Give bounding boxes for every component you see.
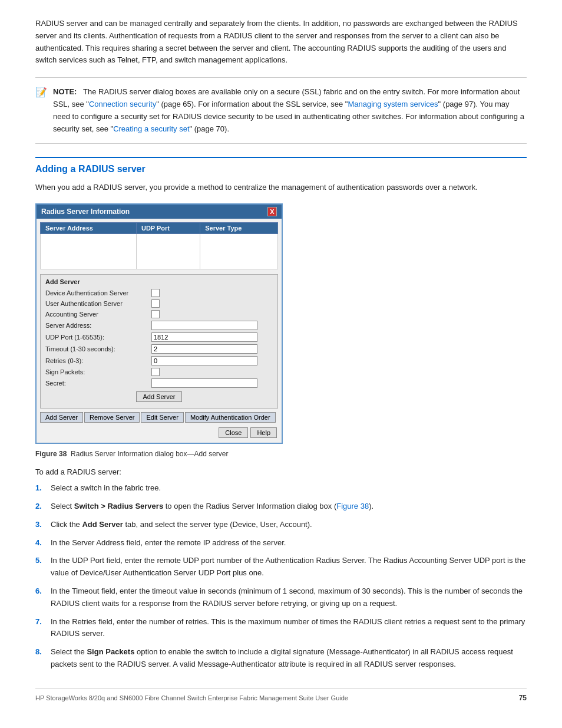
figure-caption: Figure 38 Radius Server Information dial… — [35, 450, 527, 458]
dialog-titlebar: Radius Server Information X — [37, 205, 282, 219]
steps-list: 1. Select a switch in the fabric tree. 2… — [35, 482, 527, 671]
add-server-btn-row: Add Server — [45, 391, 273, 402]
retries-input[interactable] — [151, 356, 257, 365]
sign-packets-row: Sign Packets: — [45, 368, 273, 376]
dialog-footer-tabs: Add Server Remove Server Edit Server Mod… — [40, 412, 278, 423]
step-8: 8. Select the Sign Packets option to ena… — [35, 646, 527, 671]
step-7-number: 7. — [35, 616, 46, 641]
server-address-label: Server Address: — [45, 322, 151, 329]
step-6-number: 6. — [35, 585, 46, 610]
figure-38-link[interactable]: Figure 38 — [336, 502, 369, 510]
step-1-number: 1. — [35, 482, 46, 495]
step-2-text: Select Switch > Radius Servers to open t… — [51, 500, 373, 513]
footer-page-number: 75 — [519, 694, 527, 702]
server-address-input[interactable] — [151, 321, 257, 330]
section-intro: When you add a RADIUS server, you provid… — [35, 182, 527, 194]
step-8-text: Select the Sign Packets option to enable… — [51, 646, 527, 671]
add-server-title: Add Server — [45, 278, 273, 285]
close-button[interactable]: Close — [219, 427, 248, 438]
tab-edit-server[interactable]: Edit Server — [141, 412, 183, 423]
accounting-server-row: Accounting Server — [45, 310, 273, 318]
radius-dialog: Radius Server Information X Server Addre… — [35, 203, 283, 444]
footer-left-text: HP StorageWorks 8/20q and SN6000 Fibre C… — [35, 694, 519, 701]
device-auth-checkbox[interactable] — [151, 289, 160, 297]
note-icon: 📝 — [35, 87, 47, 98]
col-udp-port: UDP Port — [136, 223, 200, 234]
step-8-number: 8. — [35, 646, 46, 671]
sign-packets-checkbox[interactable] — [151, 368, 160, 376]
connection-security-link[interactable]: Connection security — [89, 100, 156, 108]
step-3-text: Click the Add Server tab, and select the… — [51, 519, 312, 531]
dialog-close-button[interactable]: X — [267, 207, 277, 216]
user-auth-checkbox[interactable] — [151, 299, 160, 308]
step-6-text: In the Timeout field, enter the timeout … — [51, 585, 527, 610]
note-label: NOTE: — [53, 87, 77, 96]
figure-caption-text: Radius Server Information dialog box—Add… — [71, 450, 228, 458]
step-4-number: 4. — [35, 537, 46, 549]
creating-security-link[interactable]: Creating a security set — [113, 124, 189, 133]
server-table: Server Address UDP Port Server Type — [40, 222, 278, 269]
add-server-section: Add Server Device Authentication Server … — [40, 274, 278, 409]
note-box: 📝 NOTE: The RADIUS server dialog boxes a… — [35, 77, 527, 144]
step-1-text: Select a switch in the fabric tree. — [51, 482, 161, 495]
server-address-row: Server Address: — [45, 321, 273, 330]
steps-intro: To add a RADIUS server: — [35, 467, 527, 476]
sign-packets-label: Sign Packets: — [45, 368, 151, 375]
col-server-address: Server Address — [41, 223, 137, 234]
udp-port-label: UDP Port (1-65535): — [45, 334, 151, 341]
tab-add-server[interactable]: Add Server — [40, 412, 83, 423]
managing-services-link[interactable]: Managing system services — [348, 100, 438, 108]
secret-row: Secret: — [45, 378, 273, 388]
page-footer: HP StorageWorks 8/20q and SN6000 Fibre C… — [35, 689, 527, 702]
accounting-server-label: Accounting Server — [45, 311, 151, 318]
udp-port-input[interactable] — [151, 332, 257, 342]
note-text: NOTE: The RADIUS server dialog boxes are… — [53, 86, 527, 135]
step-2-number: 2. — [35, 500, 46, 513]
section-heading: Adding a RADIUS server — [35, 157, 527, 174]
figure-label: Figure 38 — [35, 450, 67, 458]
intro-paragraph: RADIUS server and can be managed central… — [35, 18, 527, 67]
secret-input[interactable] — [151, 378, 257, 388]
step-4-text: In the Server Address field, enter the r… — [51, 537, 286, 549]
secret-label: Secret: — [45, 380, 151, 387]
user-auth-row: User Authentication Server — [45, 299, 273, 308]
udp-port-row: UDP Port (1-65535): — [45, 332, 273, 342]
timeout-input[interactable] — [151, 344, 257, 354]
user-auth-label: User Authentication Server — [45, 300, 151, 307]
step-5-text: In the UDP Port field, enter the remote … — [51, 555, 527, 579]
device-auth-row: Device Authentication Server — [45, 289, 273, 297]
step-2: 2. Select Switch > Radius Servers to ope… — [35, 500, 527, 513]
help-button[interactable]: Help — [250, 427, 277, 438]
step-1: 1. Select a switch in the fabric tree. — [35, 482, 527, 495]
dialog-footer-actions: Close Help — [40, 425, 278, 439]
dialog-title: Radius Server Information — [41, 207, 130, 216]
step-6: 6. In the Timeout field, enter the timeo… — [35, 585, 527, 610]
dialog-wrapper: Radius Server Information X Server Addre… — [35, 203, 527, 444]
step-7-text: In the Retries field, enter the number o… — [51, 616, 527, 641]
tab-modify-auth-order[interactable]: Modify Authentication Order — [185, 412, 276, 423]
table-empty-row — [41, 234, 278, 269]
tab-remove-server[interactable]: Remove Server — [84, 412, 140, 423]
timeout-row: Timeout (1-30 seconds): — [45, 344, 273, 354]
step-3: 3. Click the Add Server tab, and select … — [35, 519, 527, 531]
step-5: 5. In the UDP Port field, enter the remo… — [35, 555, 527, 579]
retries-label: Retries (0-3): — [45, 357, 151, 364]
col-server-type: Server Type — [200, 223, 278, 234]
step-5-number: 5. — [35, 555, 46, 579]
timeout-label: Timeout (1-30 seconds): — [45, 345, 151, 353]
dialog-content: Server Address UDP Port Server Type Add … — [37, 219, 282, 443]
step-4: 4. In the Server Address field, enter th… — [35, 537, 527, 549]
step-3-number: 3. — [35, 519, 46, 531]
step-7: 7. In the Retries field, enter the numbe… — [35, 616, 527, 641]
retries-row: Retries (0-3): — [45, 356, 273, 365]
accounting-server-checkbox[interactable] — [151, 310, 160, 318]
add-server-button[interactable]: Add Server — [136, 391, 181, 402]
device-auth-label: Device Authentication Server — [45, 289, 151, 297]
